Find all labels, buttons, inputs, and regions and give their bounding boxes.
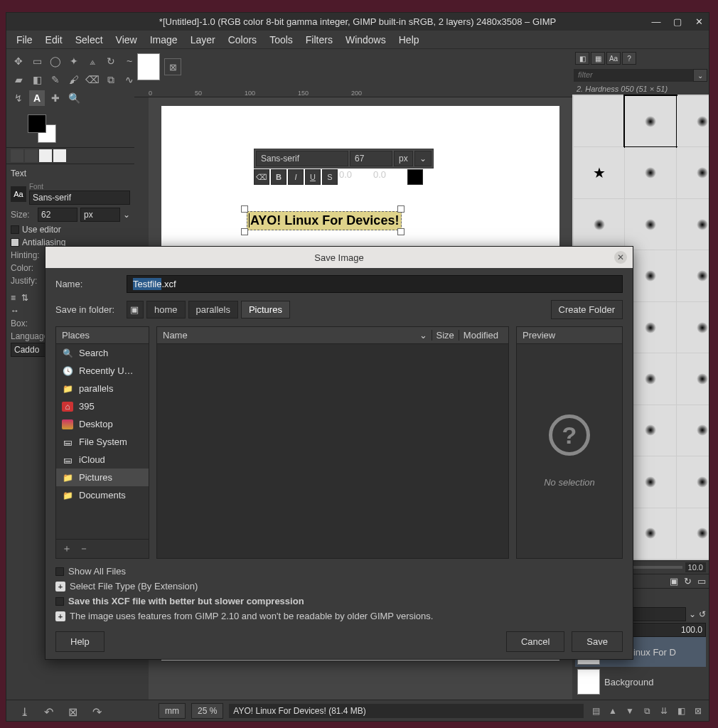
crop-tool-icon[interactable]: ⟁	[85, 53, 100, 69]
text-layer-content[interactable]: AYO! Linux For Devices!	[247, 211, 402, 230]
clone-tool-icon[interactable]: ⧉	[103, 72, 119, 87]
menu-help[interactable]: Help	[393, 31, 425, 48]
brushes-tab-icon[interactable]: ◧	[575, 52, 589, 65]
text-tool-icon[interactable]: A	[29, 90, 45, 106]
zoom-tool-icon[interactable]: 🔍	[66, 90, 82, 106]
minimize-icon[interactable]: —	[650, 16, 662, 28]
chevron-down-icon[interactable]: ⌄	[123, 210, 130, 220]
brush-item[interactable]	[574, 96, 624, 146]
resize-handle[interactable]	[241, 205, 248, 213]
place-icloud[interactable]: 🖴iCloud	[56, 451, 149, 469]
float-size[interactable]: 67	[350, 151, 392, 166]
zoom-select[interactable]: 25 %	[191, 703, 223, 719]
expand-icon[interactable]: +	[55, 582, 65, 592]
path-tool-icon[interactable]: ↯	[11, 90, 26, 106]
tab-icon[interactable]	[25, 149, 38, 162]
brush-size-value[interactable]: 10.0	[685, 562, 706, 572]
merge-icon[interactable]: ⇊	[658, 705, 670, 717]
resize-handle[interactable]	[397, 205, 404, 213]
move-tool-icon[interactable]: ✥	[11, 53, 26, 69]
resize-handle[interactable]	[241, 228, 248, 235]
pencil-tool-icon[interactable]: ✎	[48, 72, 63, 87]
place-parallels[interactable]: 📁parallels	[56, 380, 149, 397]
spacing-icon[interactable]: ⇅	[21, 293, 28, 303]
select-tool-icon[interactable]: ▭	[29, 53, 45, 69]
brush-item[interactable]	[677, 96, 709, 146]
brush-item[interactable]	[574, 147, 624, 198]
brush-filter-input[interactable]: filter	[574, 69, 693, 82]
menu-view[interactable]: View	[110, 31, 143, 48]
tab-icon[interactable]	[39, 149, 52, 162]
place-desktop[interactable]: Desktop	[56, 415, 149, 433]
clear-icon[interactable]: ⌫	[254, 169, 269, 185]
open-icon[interactable]: ▭	[697, 576, 706, 587]
folder-root-icon[interactable]: ▣	[127, 301, 144, 318]
bold-icon[interactable]: B	[271, 169, 286, 185]
float-font[interactable]: Sans-serif	[256, 151, 348, 166]
crumb-home[interactable]: home	[146, 301, 186, 318]
dialog-close-icon[interactable]: ✕	[614, 251, 627, 264]
file-list[interactable]: Name ⌄ Size Modified	[156, 326, 509, 559]
refresh-icon[interactable]: ↻	[684, 576, 692, 587]
fg-bg-colors[interactable]	[28, 114, 56, 143]
place-filesystem[interactable]: 🖴File System	[56, 433, 149, 451]
font-input[interactable]: Sans-serif	[29, 191, 130, 205]
size-unit-select[interactable]: px	[80, 208, 120, 222]
lasso-tool-icon[interactable]: ◯	[48, 53, 63, 69]
eraser-tool-icon[interactable]: ⌫	[85, 72, 100, 87]
fg-color-swatch[interactable]	[28, 114, 46, 133]
float-kern[interactable]: 0.0	[339, 169, 372, 185]
menu-file[interactable]: File	[11, 31, 38, 48]
float-unit[interactable]: px	[394, 151, 413, 166]
col-name[interactable]: Name	[163, 330, 415, 341]
filename-input[interactable]: Testfile.xcf	[127, 275, 623, 293]
brush-item[interactable]	[677, 456, 709, 507]
tab-icon[interactable]	[53, 149, 66, 162]
brush-item[interactable]	[677, 302, 709, 353]
brush-item[interactable]	[677, 199, 709, 250]
menu-image[interactable]: Image	[144, 31, 183, 48]
delete-layer-icon[interactable]: ⊠	[692, 705, 704, 717]
chevron-down-icon[interactable]: ⌄	[414, 151, 432, 166]
duplicate-layer-icon[interactable]: ⧉	[641, 705, 653, 717]
brush-item[interactable]	[677, 147, 709, 198]
add-bookmark-icon[interactable]: ＋	[62, 542, 72, 555]
select-type-label[interactable]: Select File Type (By Extension)	[70, 581, 198, 592]
remove-bookmark-icon[interactable]: －	[79, 542, 89, 555]
maximize-icon[interactable]: ▢	[672, 16, 683, 28]
brush-item[interactable]	[677, 508, 709, 559]
underline-icon[interactable]: U	[305, 169, 321, 185]
cancel-button[interactable]: Cancel	[506, 631, 564, 652]
italic-icon[interactable]: I	[288, 169, 304, 185]
menu-layer[interactable]: Layer	[185, 31, 221, 48]
brush-item[interactable]	[574, 199, 624, 250]
brush-tool-icon[interactable]: 🖌	[66, 72, 82, 87]
use-editor-checkbox[interactable]	[11, 225, 19, 234]
strike-icon[interactable]: S	[322, 169, 338, 185]
brush-item[interactable]	[677, 250, 709, 301]
menu-tools[interactable]: Tools	[264, 31, 299, 48]
menu-edit[interactable]: Edit	[40, 31, 68, 48]
resize-handle[interactable]	[397, 228, 404, 235]
bucket-tool-icon[interactable]: ▰	[11, 72, 26, 87]
save-icon[interactable]: ⤓	[16, 704, 32, 719]
size-input[interactable]: 62	[38, 208, 77, 222]
document-thumb[interactable]	[137, 53, 160, 80]
place-395[interactable]: ⌂395	[56, 397, 149, 415]
place-search[interactable]: 🔍Search	[56, 344, 149, 362]
close-icon[interactable]: ✕	[693, 16, 704, 28]
wand-tool-icon[interactable]: ✦	[66, 53, 82, 69]
save-button[interactable]: Save	[572, 631, 623, 652]
brush-item[interactable]	[625, 147, 675, 198]
layer-row[interactable]: Background	[575, 667, 706, 697]
mask-icon[interactable]: ◧	[675, 705, 687, 717]
menu-select[interactable]: Select	[70, 31, 109, 48]
brush-item[interactable]	[677, 353, 709, 404]
place-documents[interactable]: 📁Documents	[56, 486, 149, 504]
heal-tool-icon[interactable]: ✚	[48, 90, 63, 106]
col-size[interactable]: Size	[432, 330, 459, 341]
gradient-tool-icon[interactable]: ◧	[29, 72, 45, 87]
place-recent[interactable]: 🕓Recently U…	[56, 362, 149, 380]
document-close-icon[interactable]: ⊠	[164, 58, 181, 75]
history-tab-icon[interactable]: ?	[622, 52, 636, 65]
